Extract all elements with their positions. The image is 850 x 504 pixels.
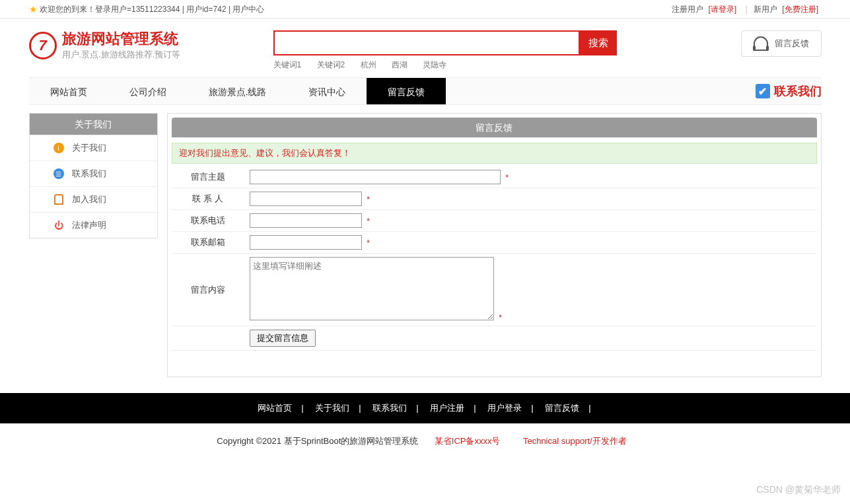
panel-title: 留言反馈 (172, 118, 817, 137)
sidebar-item-about[interactable]: i 关于我们 (30, 135, 157, 161)
info-icon: i (53, 143, 64, 153)
search-input[interactable] (273, 30, 580, 55)
keyword-link[interactable]: 关键词2 (317, 60, 345, 69)
search-button[interactable]: 搜索 (580, 30, 617, 55)
free-reg-link[interactable]: [免费注册] (782, 5, 818, 14)
label-subject: 留言主题 (172, 166, 244, 188)
site-title: 旅游网站管理系统 (62, 30, 181, 48)
contact-us-label: 联系我们 (774, 83, 822, 99)
sidebar: 关于我们 i 关于我们 ☰ 联系我们 加入我们 ⏻ 法律声明 (29, 113, 158, 238)
feedback-button-label: 留言反馈 (775, 38, 809, 50)
copyright-text: Copyright ©2021 基于SprintBoot的旅游网站管理系统 (217, 436, 418, 446)
clipboard-icon: ☰ (53, 168, 64, 179)
message-textarea[interactable] (250, 257, 494, 320)
new-user-label: 新用户 (754, 5, 777, 14)
footer-link[interactable]: 用户注册 (430, 403, 464, 413)
footer-link[interactable]: 留言反馈 (545, 403, 579, 413)
footer-link[interactable]: 网站首页 (258, 403, 292, 413)
required-mark: * (505, 173, 509, 182)
sidebar-item-label: 联系我们 (72, 168, 106, 180)
logo-block[interactable]: 7 旅游网站管理系统 用户.景点.旅游线路推荐.预订等 (29, 30, 273, 61)
nav-feedback[interactable]: 留言反馈 (367, 78, 446, 104)
login-link[interactable]: [请登录] (709, 5, 737, 14)
feedback-button[interactable]: 留言反馈 (741, 30, 822, 57)
main-area: 关于我们 i 关于我们 ☰ 联系我们 加入我们 ⏻ 法律声明 留言反馈 迎对我们… (29, 105, 822, 393)
welcome-text[interactable]: 欢迎您的到来！登录用户=13511223344 | 用户id=742 | 用户中… (40, 0, 264, 18)
submit-button[interactable]: 提交留言信息 (250, 330, 316, 347)
nav-news[interactable]: 资讯中心 (287, 78, 367, 104)
label-email: 联系邮箱 (172, 232, 244, 254)
sidebar-item-label: 加入我们 (72, 194, 106, 205)
reg-user-label: 注册用户 (672, 5, 703, 14)
star-icon: ★ (29, 0, 38, 18)
subject-input[interactable] (250, 170, 501, 184)
contact-us-link[interactable]: ✔ 联系我们 (756, 78, 822, 104)
power-icon: ⏻ (53, 220, 64, 231)
sidebar-header: 关于我们 (30, 114, 157, 135)
search-block: 搜索 关键词1 关键词2 杭州 西湖 灵隐寺 (273, 30, 617, 71)
main-nav: 网站首页 公司介绍 旅游景点.线路 资讯中心 留言反馈 ✔ 联系我们 (29, 77, 822, 105)
footer-link[interactable]: 关于我们 (315, 403, 349, 413)
keyword-link[interactable]: 灵隐寺 (423, 60, 446, 69)
keyword-row: 关键词1 关键词2 杭州 西湖 灵隐寺 (273, 59, 617, 71)
contact-input[interactable] (250, 192, 362, 206)
keyword-link[interactable]: 杭州 (361, 60, 376, 69)
footer-link[interactable]: 用户登录 (487, 403, 522, 413)
copyright-bar: Copyright ©2021 基于SprintBoot的旅游网站管理系统 某省… (0, 423, 850, 459)
headset-icon (754, 36, 768, 51)
site-subtitle: 用户.景点.旅游线路推荐.预订等 (62, 49, 181, 61)
content-panel: 留言反馈 迎对我们提出意见、建议，我们会认真答复！ 留言主题 * 联 系 人 * (167, 113, 822, 377)
feedback-form: 留言主题 * 联 系 人 * 联系电话 (172, 166, 817, 351)
footer-nav: 网站首页| 关于我们| 联系我们| 用户注册| 用户登录| 留言反馈| (0, 393, 850, 423)
phone-input[interactable] (250, 213, 362, 228)
topbar: ★ 欢迎您的到来！登录用户=13511223344 | 用户id=742 | 用… (0, 0, 850, 18)
required-mark: * (367, 238, 370, 248)
keyword-link[interactable]: 西湖 (392, 60, 407, 69)
keyword-link[interactable]: 关键词1 (273, 60, 302, 69)
icp-link[interactable]: 某省ICP备xxxx号 (435, 436, 501, 446)
nav-company[interactable]: 公司介绍 (108, 78, 188, 104)
required-mark: * (367, 217, 370, 226)
nav-routes[interactable]: 旅游景点.线路 (188, 78, 288, 104)
label-body: 留言内容 (172, 254, 244, 326)
header: 7 旅游网站管理系统 用户.景点.旅游线路推荐.预订等 搜索 关键词1 关键词2… (29, 18, 822, 77)
footer-link[interactable]: 联系我们 (372, 403, 407, 413)
sidebar-item-label: 关于我们 (72, 142, 106, 154)
required-mark: * (367, 195, 370, 204)
sidebar-item-contact[interactable]: ☰ 联系我们 (30, 161, 157, 186)
label-empty (172, 326, 244, 351)
topbar-left: ★ 欢迎您的到来！登录用户=13511223344 | 用户id=742 | 用… (29, 0, 264, 18)
sidebar-item-join[interactable]: 加入我们 (30, 186, 157, 212)
nav-home[interactable]: 网站首页 (29, 78, 108, 104)
checkmark-icon: ✔ (756, 84, 770, 98)
email-input[interactable] (250, 235, 362, 250)
sidebar-item-legal[interactable]: ⏻ 法律声明 (30, 212, 157, 238)
notice-bar: 迎对我们提出意见、建议，我们会认真答复！ (172, 143, 817, 164)
lock-icon (53, 194, 64, 205)
sidebar-item-label: 法律声明 (72, 219, 106, 231)
logo-icon: 7 (29, 32, 57, 59)
header-feedback-block: 留言反馈 (741, 30, 822, 57)
topbar-right: 注册用户 [请登录] | 新用户 [免费注册] (672, 0, 821, 18)
label-phone: 联系电话 (172, 210, 244, 232)
tech-support-link[interactable]: Technical support/开发作者 (523, 436, 627, 446)
divider-icon: | (746, 5, 748, 14)
required-mark: * (499, 313, 502, 322)
label-contact: 联 系 人 (172, 188, 244, 210)
